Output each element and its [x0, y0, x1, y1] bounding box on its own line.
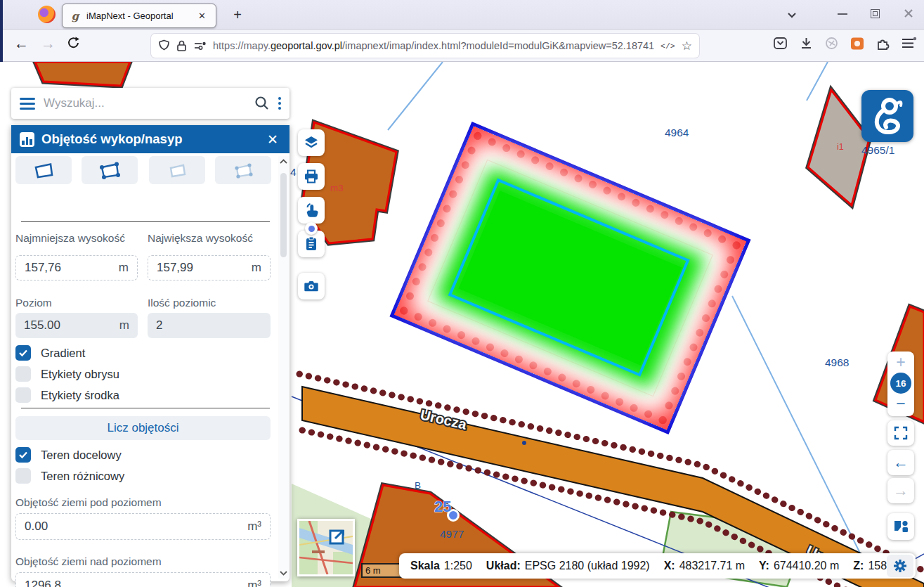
- max-height-field[interactable]: 157,99 m: [148, 255, 271, 280]
- scroll-down-icon[interactable]: [278, 569, 289, 577]
- field-unit: m: [252, 261, 261, 275]
- search-card: [11, 88, 289, 119]
- maximize-button[interactable]: [871, 9, 880, 18]
- tab-favicon-icon: g: [70, 11, 81, 22]
- field-label: Najmniejsza wysokość: [15, 232, 125, 245]
- minimize-button[interactable]: [838, 13, 847, 15]
- fullscreen-icon: [893, 425, 909, 441]
- bookmark-star-icon[interactable]: ☆: [682, 39, 692, 53]
- minimap-expand-icon[interactable]: [329, 527, 347, 548]
- zoom-in-button[interactable]: +: [887, 353, 914, 371]
- close-window-button[interactable]: [902, 7, 915, 22]
- volume-below-field[interactable]: 0.00 m³: [15, 513, 271, 540]
- layers-button[interactable]: [298, 129, 325, 156]
- search-input[interactable]: [44, 96, 246, 110]
- address-number-label: 25: [434, 498, 451, 515]
- parcel-label: 4965/1: [861, 144, 894, 156]
- panel-body: Najmniejsza wysokość Największa wysokość…: [11, 153, 289, 581]
- panel-close-icon[interactable]: ✕: [264, 131, 281, 148]
- geoportal-logo[interactable]: [861, 90, 913, 142]
- print-button[interactable]: [298, 163, 325, 190]
- min-height-field[interactable]: 157,76 m: [15, 255, 138, 280]
- checkbox-checked[interactable]: [15, 447, 31, 463]
- select-tool-button[interactable]: [298, 197, 325, 224]
- tool-edit-vertices-alt-button[interactable]: [215, 156, 271, 184]
- field-unit: m³: [247, 520, 261, 534]
- statusbar-settings-button[interactable]: [887, 555, 913, 577]
- tab-title: iMapNext - Geoportal: [86, 11, 190, 21]
- app-window: Urocza Urocza 4964 4965/1 4968 4977 4 B …: [0, 0, 924, 587]
- center-labels-checkbox-row[interactable]: Etykiety środka: [15, 387, 119, 404]
- field-value: 155.00: [24, 318, 60, 333]
- lock-icon[interactable]: [176, 39, 187, 52]
- firefox-icon[interactable]: [38, 6, 56, 23]
- history-forward-button[interactable]: →: [887, 478, 914, 503]
- menu-icon[interactable]: [900, 37, 917, 53]
- tool-edit-vertices-button[interactable]: [82, 156, 138, 184]
- browser-forward-icon[interactable]: →: [41, 35, 56, 52]
- reload-icon[interactable]: [66, 35, 80, 53]
- overview-minimap[interactable]: [297, 519, 355, 576]
- browser-tab[interactable]: g iMapNext - Geoportal ✕: [62, 4, 216, 28]
- y-coordinate: Y:674410.20 m: [759, 560, 839, 572]
- tool-select-area-button[interactable]: [15, 156, 72, 184]
- volume-above-field[interactable]: 1296,8 m³: [15, 572, 271, 587]
- checkbox-checked[interactable]: [15, 345, 31, 361]
- screenshot-extension-icon[interactable]: [850, 37, 865, 53]
- building-letter-label: B: [415, 480, 421, 491]
- menu-hamburger-icon[interactable]: [20, 95, 35, 112]
- field-value: 2: [156, 318, 162, 333]
- checkbox-label: Teren docelowy: [41, 449, 122, 462]
- history-back-button[interactable]: ←: [887, 450, 914, 475]
- volume-panel: Objętość wykop/nasyp ✕ Najmniejsza wysok…: [11, 125, 289, 581]
- field-value: 157,99: [157, 261, 193, 275]
- panel-title: Objętość wykop/nasyp: [41, 131, 257, 147]
- checkbox-unchecked[interactable]: [15, 468, 31, 484]
- url-bar[interactable]: https://mapy.geoportal.gov.pl/imapnext/i…: [151, 34, 699, 58]
- browser-back-icon[interactable]: ←: [14, 35, 29, 52]
- outline-labels-checkbox-row[interactable]: Etykiety obrysu: [15, 366, 119, 382]
- more-options-icon[interactable]: [278, 95, 282, 112]
- field-value: 157,76: [25, 261, 61, 275]
- level-field[interactable]: 155.00 m: [15, 313, 138, 338]
- translate-icon[interactable]: [824, 37, 840, 53]
- browser-titlebar: g iMapNext - Geoportal ✕ +: [0, 0, 924, 30]
- field-label: Objętość ziemi nad poziomem: [15, 555, 162, 568]
- extensions-icon[interactable]: [876, 37, 891, 53]
- new-tab-button[interactable]: +: [228, 6, 247, 25]
- layers-icon: [303, 134, 320, 151]
- diff-terrain-checkbox-row[interactable]: Teren różnicowy: [15, 467, 124, 484]
- camera-icon: [303, 278, 320, 295]
- point-marker: [522, 441, 526, 445]
- scrollbar-thumb[interactable]: [280, 173, 287, 257]
- field-value: 0.00: [25, 520, 48, 534]
- url-text[interactable]: https://mapy.geoportal.gov.pl/imapnext/i…: [213, 40, 654, 51]
- reader-code-icon[interactable]: </>: [661, 41, 675, 51]
- panel-scrollbar[interactable]: [278, 156, 289, 579]
- tool-select-area-alt-button[interactable]: [149, 156, 205, 184]
- search-icon[interactable]: [254, 96, 270, 111]
- target-terrain-checkbox-row[interactable]: Teren docelowy: [15, 446, 122, 463]
- gradient-checkbox-row[interactable]: Gradient: [15, 344, 85, 361]
- list-tabs-icon[interactable]: [784, 8, 800, 25]
- polygon-vertices-disabled-icon: [231, 161, 255, 180]
- feedback-flag-icon: [893, 520, 909, 534]
- screenshot-button[interactable]: [298, 273, 325, 299]
- checkbox-unchecked[interactable]: [15, 366, 31, 382]
- downloads-icon[interactable]: [799, 37, 814, 53]
- permissions-icon[interactable]: [193, 40, 207, 51]
- parcel-label: 4977: [440, 528, 464, 540]
- pocket-icon[interactable]: [773, 37, 788, 53]
- tool-active-badge: [305, 222, 318, 235]
- contours-field[interactable]: 2: [148, 313, 271, 338]
- feedback-button[interactable]: [887, 513, 914, 540]
- shield-icon[interactable]: [158, 39, 170, 52]
- fullscreen-button[interactable]: [887, 420, 914, 446]
- geoportal-g-icon: [869, 96, 906, 136]
- compute-volume-button[interactable]: Licz objętości: [15, 416, 271, 440]
- zoom-out-button[interactable]: −: [887, 395, 914, 413]
- tab-close-icon[interactable]: ✕: [195, 9, 209, 22]
- checkbox-unchecked[interactable]: [15, 387, 31, 403]
- field-value: 1296,8: [25, 579, 61, 587]
- scroll-up-icon[interactable]: [278, 157, 289, 166]
